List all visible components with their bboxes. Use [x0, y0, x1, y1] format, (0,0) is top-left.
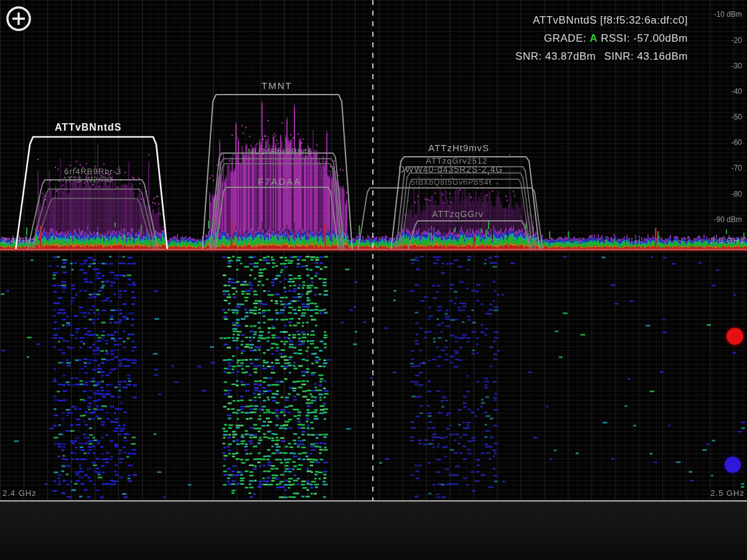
waterfall-freq-right: 2.5 GHz: [710, 488, 745, 498]
ssid-label[interactable]: DWW40-d435R2S-2.4G: [398, 164, 503, 174]
dbm-axis: -10 dBm -20 -30 -40 -50 -60 -70 -80 -90 …: [702, 0, 747, 252]
dbm-tick: -60: [731, 138, 742, 147]
ssid-label[interactable]: F7ADAA: [258, 176, 301, 187]
ssid-label[interactable]: ATTzHt9mvS: [428, 142, 489, 153]
dbm-tick: -30: [731, 62, 742, 70]
spectrum-freq-left: 2.4 GHz: [2, 236, 37, 245]
ssid-label[interactable]: ATTzqGGrv: [432, 209, 484, 219]
ssid-label-selected[interactable]: ATTvBNntdS: [55, 122, 121, 133]
waterfall-canvas: [0, 253, 747, 500]
waterfall-freq-left: 2.4 GHz: [2, 488, 37, 498]
spectrum-analyzer-app: ATTvBNntdS 6rf4RB9Rbr-3 ATT5-W2rRC TMNT …: [0, 0, 747, 560]
info-ssid-line: ATTvBNntdS [f8:f5:32:6a:df:c0]: [515, 11, 688, 29]
ssid-label[interactable]: ATT5-W2rRC: [62, 175, 113, 184]
ssid-label[interactable]: 5rdXbQ8t5GvnPbS4t: [411, 178, 492, 187]
info-grade-line: GRADE: A RSSI: -57.00dBm: [515, 29, 688, 47]
spectrum-freq-right: 2.5 GHz: [710, 236, 745, 245]
selected-network-info: ATTvBNntdS [f8:f5:32:6a:df:c0] GRADE: A …: [515, 11, 688, 65]
bottom-toolbar: ^ ^ 20m 0s 0s Capture Live: [0, 502, 747, 560]
noise-floor-baseline: [0, 249, 747, 251]
dbm-tick: -70: [731, 164, 742, 172]
dbm-tick: -10 dBm: [714, 10, 742, 19]
dbm-tick: -40: [731, 87, 742, 96]
ssid-label[interactable]: TMNT: [261, 80, 293, 91]
zoom-in-icon[interactable]: [5, 5, 32, 32]
ssid-label[interactable]: 6rf4RB9Rbr-3: [64, 167, 121, 176]
blue-marker-dot[interactable]: [725, 457, 741, 473]
dbm-tick: -90 dBm: [714, 215, 742, 224]
info-snr-line: SNR: 43.87dBm SINR: 43.16dBm: [515, 47, 688, 65]
dbm-tick: -80: [731, 190, 742, 198]
ssid-label[interactable]: NU24Rbr9Rb46: [248, 147, 313, 156]
red-marker-dot[interactable]: [726, 328, 743, 345]
grade-value: A: [590, 32, 598, 44]
dbm-tick: -20: [731, 36, 742, 45]
dbm-tick: -50: [731, 113, 742, 121]
